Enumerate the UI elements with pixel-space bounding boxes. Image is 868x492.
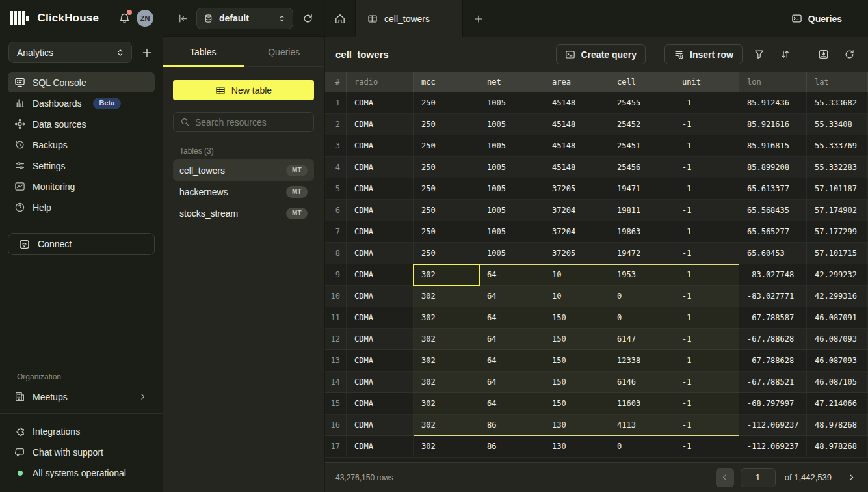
grid-cell-lon[interactable]: 85.921616: [739, 114, 807, 135]
grid-cell-cell[interactable]: 1953: [609, 264, 674, 286]
grid-cell-cell[interactable]: 12338: [609, 350, 674, 372]
grid-cell-lat[interactable]: 42.299316: [807, 286, 868, 307]
grid-cell-radio[interactable]: CDMA: [347, 329, 414, 350]
grid-cell-mcc[interactable]: 250: [414, 200, 479, 221]
grid-cell-unit[interactable]: -1: [674, 243, 739, 264]
grid-cell-lat[interactable]: 57.101187: [807, 178, 868, 200]
grid-cell-area[interactable]: 150: [544, 393, 609, 415]
grid-cell-net[interactable]: 64: [479, 286, 544, 307]
grid-cell-mcc[interactable]: 302: [414, 307, 479, 329]
row-number[interactable]: 13: [325, 350, 347, 372]
grid-cell-area[interactable]: 150: [544, 350, 609, 372]
grid-cell-lon[interactable]: 65.60453: [739, 243, 807, 264]
grid-cell-lat[interactable]: 57.174902: [807, 200, 868, 221]
grid-cell-cell[interactable]: 19472: [609, 243, 674, 264]
grid-cell-cell[interactable]: 19471: [609, 178, 674, 200]
grid-cell-radio[interactable]: CDMA: [347, 286, 414, 307]
grid-cell-area[interactable]: 45148: [544, 92, 609, 114]
sidebar-item-sql-console[interactable]: SQL Console: [8, 72, 155, 92]
grid-cell-lat[interactable]: 47.214066: [807, 393, 868, 415]
grid-cell-cell[interactable]: 25456: [609, 157, 674, 178]
grid-cell-cell[interactable]: 11603: [609, 393, 674, 415]
grid-cell-unit[interactable]: -1: [674, 200, 739, 221]
tab-cell-towers[interactable]: cell_towers: [355, 0, 463, 37]
grid-cell-mcc[interactable]: 302: [414, 393, 479, 415]
grid-cell-unit[interactable]: -1: [674, 114, 739, 135]
grid-cell-net[interactable]: 1005: [479, 135, 544, 157]
grid-cell-lat[interactable]: 57.101715: [807, 243, 868, 264]
create-query-button[interactable]: Create query: [556, 44, 646, 64]
grid-cell-unit[interactable]: -1: [674, 221, 739, 243]
row-number[interactable]: 15: [325, 393, 347, 415]
grid-cell-lat[interactable]: 48.978268: [807, 415, 868, 436]
tab-tables[interactable]: Tables: [163, 37, 244, 66]
grid-cell-lon[interactable]: 65.565277: [739, 221, 807, 243]
grid-cell-unit[interactable]: -1: [674, 157, 739, 178]
grid-cell-lon[interactable]: -67.788628: [739, 329, 807, 350]
grid-cell-lon[interactable]: -112.069237: [739, 436, 807, 458]
grid-cell-lon[interactable]: 65.613377: [739, 178, 807, 200]
row-number[interactable]: 2: [325, 114, 347, 135]
grid-cell-area[interactable]: 37205: [544, 178, 609, 200]
collapse-panel-button[interactable]: [176, 13, 190, 24]
grid-cell-radio[interactable]: CDMA: [347, 221, 414, 243]
grid-cell-net[interactable]: 1005: [479, 178, 544, 200]
column-header-net[interactable]: net: [479, 72, 544, 92]
refresh-tables-button[interactable]: [300, 13, 315, 24]
grid-cell-lat[interactable]: 42.299232: [807, 264, 868, 286]
grid-cell-net[interactable]: 86: [479, 415, 544, 436]
grid-cell-mcc[interactable]: 250: [414, 178, 479, 200]
new-table-button[interactable]: New table: [173, 80, 314, 100]
grid-cell-lon[interactable]: 85.912436: [739, 92, 807, 114]
grid-cell-mcc[interactable]: 302: [414, 415, 479, 436]
grid-cell-radio[interactable]: CDMA: [347, 264, 414, 286]
sidebar-item-dashboards[interactable]: DashboardsBeta: [8, 93, 155, 113]
grid-cell-radio[interactable]: CDMA: [347, 415, 414, 436]
add-service-button[interactable]: [140, 46, 154, 60]
grid-cell-lat[interactable]: 55.332283: [807, 157, 868, 178]
row-number[interactable]: 10: [325, 286, 347, 307]
grid-cell-cell[interactable]: 25452: [609, 114, 674, 135]
grid-cell-mcc[interactable]: 302: [414, 264, 479, 286]
row-number[interactable]: 1: [325, 92, 347, 114]
sidebar-item-backups[interactable]: Backups: [8, 135, 155, 155]
column-header-mcc[interactable]: mcc: [414, 72, 479, 92]
row-number[interactable]: 11: [325, 307, 347, 329]
column-header-unit[interactable]: unit: [674, 72, 739, 92]
grid-cell-unit[interactable]: -1: [674, 350, 739, 372]
grid-cell-area[interactable]: 10: [544, 286, 609, 307]
column-header-area[interactable]: area: [544, 72, 609, 92]
table-list-item-stocks_stream[interactable]: stocks_streamMT: [173, 202, 314, 224]
grid-cell-mcc[interactable]: 250: [414, 114, 479, 135]
grid-cell-lon[interactable]: -83.027771: [739, 286, 807, 307]
grid-cell-cell[interactable]: 0: [609, 436, 674, 458]
column-header-hash[interactable]: #: [325, 72, 347, 92]
grid-cell-radio[interactable]: CDMA: [347, 307, 414, 329]
grid-cell-mcc[interactable]: 250: [414, 221, 479, 243]
sidebar-item-data-sources[interactable]: Data sources: [8, 114, 155, 134]
grid-cell-area[interactable]: 130: [544, 436, 609, 458]
integrations-link[interactable]: Integrations: [8, 422, 155, 441]
grid-cell-radio[interactable]: CDMA: [347, 372, 414, 393]
row-number[interactable]: 7: [325, 221, 347, 243]
grid-cell-cell[interactable]: 6147: [609, 329, 674, 350]
grid-cell-cell[interactable]: 19811: [609, 200, 674, 221]
row-number[interactable]: 8: [325, 243, 347, 264]
sidebar-item-help[interactable]: Help: [8, 197, 155, 217]
grid-cell-cell[interactable]: 4113: [609, 415, 674, 436]
download-button[interactable]: [813, 45, 833, 64]
grid-cell-lon[interactable]: -83.027748: [739, 264, 807, 286]
grid-cell-radio[interactable]: CDMA: [347, 350, 414, 372]
grid-cell-radio[interactable]: CDMA: [347, 157, 414, 178]
row-number[interactable]: 17: [325, 436, 347, 458]
grid-cell-lat[interactable]: 46.087105: [807, 372, 868, 393]
column-header-lon[interactable]: lon: [739, 72, 807, 92]
grid-cell-lon[interactable]: 65.568435: [739, 200, 807, 221]
row-number[interactable]: 12: [325, 329, 347, 350]
grid-cell-net[interactable]: 1005: [479, 114, 544, 135]
grid-cell-unit[interactable]: -1: [674, 307, 739, 329]
grid-cell-unit[interactable]: -1: [674, 92, 739, 114]
grid-cell-mcc[interactable]: 250: [414, 92, 479, 114]
grid-cell-lon[interactable]: 85.899208: [739, 157, 807, 178]
grid-cell-mcc[interactable]: 302: [414, 372, 479, 393]
